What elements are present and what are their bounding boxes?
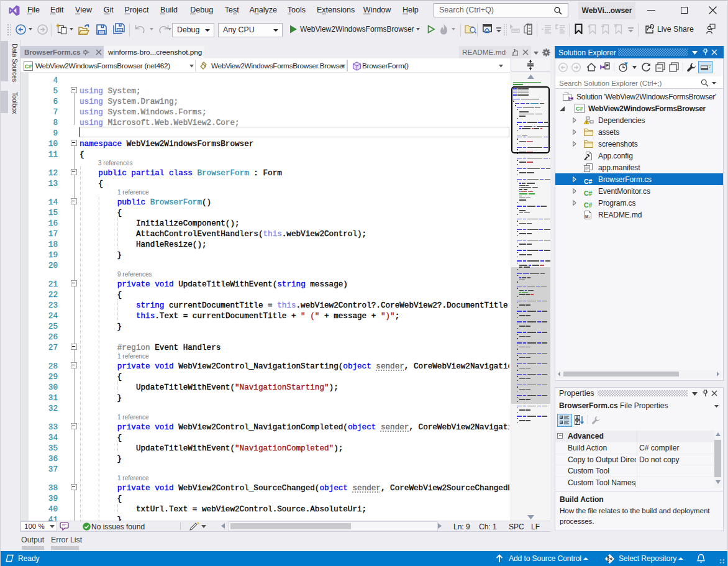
svg-text:M↓: M↓ [585, 214, 591, 219]
svg-text:Z: Z [576, 421, 579, 425]
svg-text:C#: C# [576, 106, 583, 112]
svg-text:A: A [576, 416, 579, 420]
